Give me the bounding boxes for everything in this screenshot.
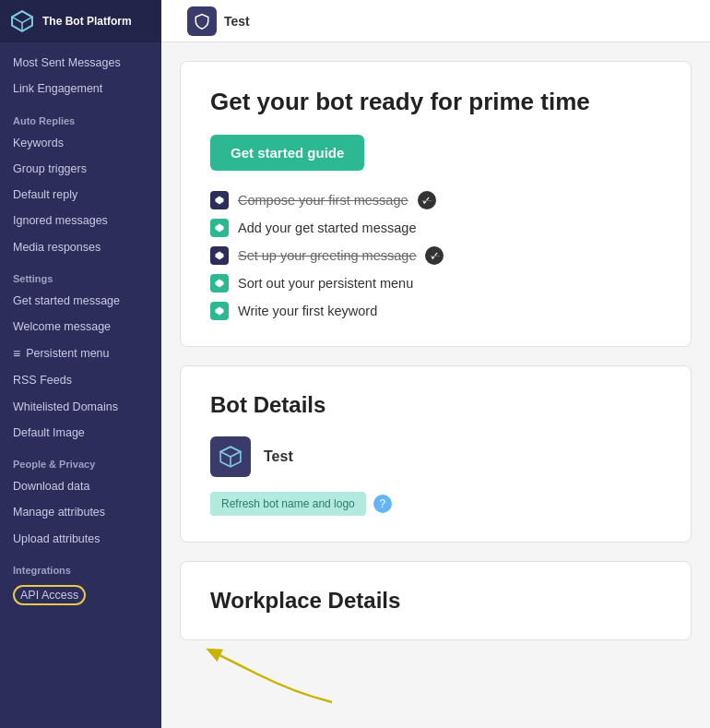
sidebar-label: Manage attributes bbox=[13, 505, 105, 519]
topbar-bot-name: Test bbox=[224, 14, 250, 29]
main-content: Get your bot ready for prime time Get st… bbox=[161, 42, 710, 728]
api-access-label[interactable]: API Access bbox=[13, 585, 86, 605]
sidebar-label: Get started message bbox=[13, 293, 120, 308]
step-icon-3 bbox=[210, 246, 229, 265]
sidebar-label: Welcome message bbox=[13, 319, 111, 334]
bot-details-title: Bot Details bbox=[210, 392, 661, 418]
sidebar-item-media-responses[interactable]: Media responses bbox=[0, 234, 161, 260]
checklist: Compose your first message ✓ Add your ge… bbox=[210, 191, 661, 320]
get-started-title: Get your bot ready for prime time bbox=[210, 88, 661, 116]
done-check-1: ✓ bbox=[418, 191, 436, 209]
get-started-button[interactable]: Get started guide bbox=[210, 135, 364, 171]
menu-icon: ≡ bbox=[13, 345, 20, 362]
sidebar-item-manage-attributes[interactable]: Manage attributes bbox=[0, 499, 161, 525]
step-icon-2 bbox=[210, 219, 229, 237]
sidebar-label: Persistent menu bbox=[26, 346, 109, 361]
sidebar-item-default-image[interactable]: Default Image bbox=[0, 420, 161, 446]
checklist-item-compose: Compose your first message ✓ bbox=[210, 191, 661, 209]
sidebar-section-people-privacy: People & Privacy bbox=[0, 446, 161, 473]
bot-name: Test bbox=[264, 448, 293, 465]
svg-marker-6 bbox=[216, 280, 224, 288]
sidebar-item-default-reply[interactable]: Default reply bbox=[0, 182, 161, 208]
svg-marker-3 bbox=[216, 197, 224, 205]
bot-info-row: Test bbox=[210, 436, 661, 477]
brand-icon bbox=[9, 8, 35, 34]
checklist-label-2: Add your get started message bbox=[238, 221, 416, 235]
svg-marker-5 bbox=[216, 252, 224, 260]
refresh-row: Refresh bot name and logo ? bbox=[210, 492, 661, 516]
sidebar-item-whitelisted-domains[interactable]: Whitelisted Domains bbox=[0, 394, 161, 420]
sidebar: The Bot Platform Most Sent Messages Link… bbox=[0, 0, 161, 728]
topbar-bot-icon bbox=[187, 6, 217, 36]
checklist-item-get-started: Add your get started message bbox=[210, 219, 661, 237]
workplace-details-card: Workplace Details bbox=[180, 561, 692, 640]
done-check-3: ✓ bbox=[425, 246, 444, 265]
sidebar-item-get-started-message[interactable]: Get started message bbox=[0, 288, 161, 314]
checklist-label-1: Compose your first message bbox=[238, 193, 408, 208]
checklist-item-greeting: Set up your greeting message ✓ bbox=[210, 246, 661, 265]
checklist-item-keyword: Write your first keyword bbox=[210, 302, 661, 320]
sidebar-item-download-data[interactable]: Download data bbox=[0, 473, 161, 499]
page-topbar: Test bbox=[161, 0, 710, 42]
sidebar-item-persistent-menu[interactable]: ≡ Persistent menu bbox=[0, 340, 161, 367]
sidebar-label: RSS Feeds bbox=[13, 373, 72, 388]
svg-marker-4 bbox=[216, 224, 224, 233]
sidebar-label: Default reply bbox=[13, 187, 77, 202]
help-icon[interactable]: ? bbox=[373, 495, 392, 513]
sidebar-item-rss-feeds[interactable]: RSS Feeds bbox=[0, 367, 161, 393]
checklist-label-5: Write your first keyword bbox=[238, 304, 377, 318]
sidebar-section-settings: Settings bbox=[0, 260, 161, 288]
step-icon-4 bbox=[210, 274, 229, 292]
sidebar-item-most-sent-messages[interactable]: Most Sent Messages bbox=[0, 50, 161, 76]
sidebar-label: Whitelisted Domains bbox=[13, 400, 118, 414]
page-wrapper: Test Get your bot ready for prime time G… bbox=[161, 0, 710, 728]
bot-cube-icon bbox=[210, 436, 251, 477]
sidebar-section-auto-replies: Auto Replies bbox=[0, 102, 161, 130]
sidebar-label: Most Sent Messages bbox=[13, 55, 121, 70]
refresh-bot-button[interactable]: Refresh bot name and logo bbox=[210, 492, 366, 516]
checklist-item-persistent-menu: Sort out your persistent menu bbox=[210, 274, 661, 292]
workplace-details-title: Workplace Details bbox=[210, 588, 661, 614]
brand-name: The Bot Platform bbox=[42, 15, 132, 28]
sidebar-item-link-engagement[interactable]: Link Engagement bbox=[0, 76, 161, 101]
step-icon-5 bbox=[210, 302, 229, 320]
checklist-label-4: Sort out your persistent menu bbox=[238, 276, 413, 291]
sidebar-item-api-access[interactable]: API Access bbox=[0, 579, 161, 611]
bot-details-card: Bot Details Test Refresh bot name and lo… bbox=[180, 365, 692, 543]
sidebar-item-group-triggers[interactable]: Group triggers bbox=[0, 156, 161, 182]
sidebar-label: Default Image bbox=[13, 425, 85, 440]
svg-marker-7 bbox=[216, 307, 224, 316]
sidebar-label: Group triggers bbox=[13, 161, 87, 176]
sidebar-item-ignored-messages[interactable]: Ignored messages bbox=[0, 208, 161, 233]
sidebar-section-integrations: Integrations bbox=[0, 552, 161, 579]
sidebar-label: Ignored messages bbox=[13, 213, 108, 228]
sidebar-label: Upload attributes bbox=[13, 531, 101, 546]
step-icon-1 bbox=[210, 191, 229, 209]
sidebar-label: Keywords bbox=[13, 136, 64, 150]
sidebar-item-welcome-message[interactable]: Welcome message bbox=[0, 314, 161, 340]
checklist-label-3: Set up your greeting message bbox=[238, 248, 416, 263]
sidebar-label: Link Engagement bbox=[13, 81, 102, 96]
sidebar-item-upload-attributes[interactable]: Upload attributes bbox=[0, 526, 161, 552]
get-started-card: Get your bot ready for prime time Get st… bbox=[180, 61, 692, 347]
sidebar-header: The Bot Platform bbox=[0, 0, 161, 42]
sidebar-label: Media responses bbox=[13, 240, 101, 255]
sidebar-item-keywords[interactable]: Keywords bbox=[0, 130, 161, 156]
sidebar-label: Download data bbox=[13, 479, 89, 494]
